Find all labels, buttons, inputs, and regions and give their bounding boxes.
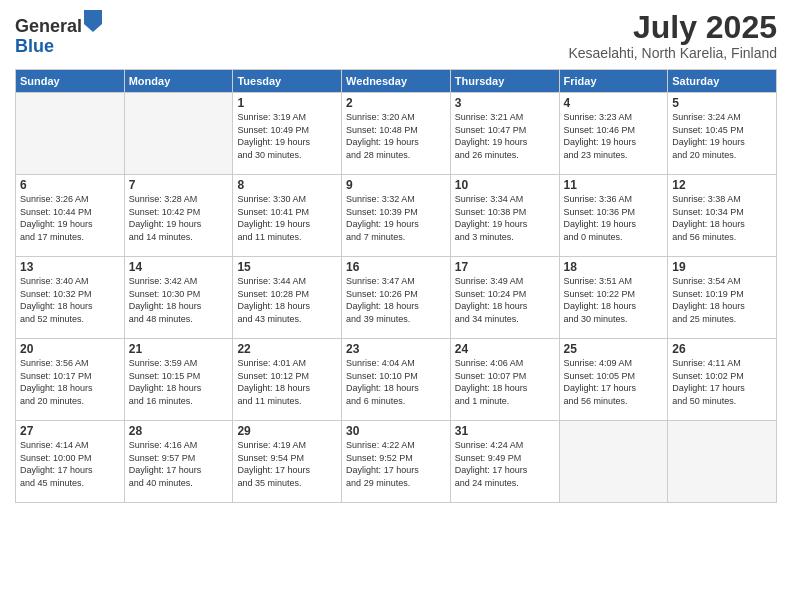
day-info: Sunrise: 3:40 AMSunset: 10:32 PMDaylight…	[20, 275, 120, 325]
day-info: Sunrise: 3:44 AMSunset: 10:28 PMDaylight…	[237, 275, 337, 325]
header-cell-thursday: Thursday	[450, 70, 559, 93]
day-cell: 9Sunrise: 3:32 AMSunset: 10:39 PMDayligh…	[342, 175, 451, 257]
day-number: 12	[672, 178, 772, 192]
day-number: 20	[20, 342, 120, 356]
day-info: Sunrise: 4:16 AMSunset: 9:57 PMDaylight:…	[129, 439, 229, 489]
header-cell-wednesday: Wednesday	[342, 70, 451, 93]
day-number: 16	[346, 260, 446, 274]
day-cell: 2Sunrise: 3:20 AMSunset: 10:48 PMDayligh…	[342, 93, 451, 175]
day-number: 10	[455, 178, 555, 192]
header-row: SundayMondayTuesdayWednesdayThursdayFrid…	[16, 70, 777, 93]
day-number: 1	[237, 96, 337, 110]
day-cell: 19Sunrise: 3:54 AMSunset: 10:19 PMDaylig…	[668, 257, 777, 339]
header-cell-monday: Monday	[124, 70, 233, 93]
header-cell-saturday: Saturday	[668, 70, 777, 93]
day-info: Sunrise: 4:06 AMSunset: 10:07 PMDaylight…	[455, 357, 555, 407]
day-info: Sunrise: 3:21 AMSunset: 10:47 PMDaylight…	[455, 111, 555, 161]
header-cell-friday: Friday	[559, 70, 668, 93]
day-info: Sunrise: 3:54 AMSunset: 10:19 PMDaylight…	[672, 275, 772, 325]
title-block: July 2025 Kesaelahti, North Karelia, Fin…	[568, 10, 777, 61]
day-number: 15	[237, 260, 337, 274]
day-info: Sunrise: 3:20 AMSunset: 10:48 PMDaylight…	[346, 111, 446, 161]
day-number: 23	[346, 342, 446, 356]
day-number: 19	[672, 260, 772, 274]
day-info: Sunrise: 4:01 AMSunset: 10:12 PMDaylight…	[237, 357, 337, 407]
day-cell: 3Sunrise: 3:21 AMSunset: 10:47 PMDayligh…	[450, 93, 559, 175]
day-info: Sunrise: 3:56 AMSunset: 10:17 PMDaylight…	[20, 357, 120, 407]
day-cell: 31Sunrise: 4:24 AMSunset: 9:49 PMDayligh…	[450, 421, 559, 503]
logo-blue-text: Blue	[15, 36, 54, 56]
day-cell: 20Sunrise: 3:56 AMSunset: 10:17 PMDaylig…	[16, 339, 125, 421]
day-number: 28	[129, 424, 229, 438]
header: General Blue July 2025 Kesaelahti, North…	[15, 10, 777, 61]
header-cell-tuesday: Tuesday	[233, 70, 342, 93]
day-info: Sunrise: 3:49 AMSunset: 10:24 PMDaylight…	[455, 275, 555, 325]
day-number: 29	[237, 424, 337, 438]
day-number: 14	[129, 260, 229, 274]
day-number: 26	[672, 342, 772, 356]
day-info: Sunrise: 3:47 AMSunset: 10:26 PMDaylight…	[346, 275, 446, 325]
day-info: Sunrise: 3:26 AMSunset: 10:44 PMDaylight…	[20, 193, 120, 243]
day-cell	[16, 93, 125, 175]
day-number: 11	[564, 178, 664, 192]
header-cell-sunday: Sunday	[16, 70, 125, 93]
day-info: Sunrise: 4:22 AMSunset: 9:52 PMDaylight:…	[346, 439, 446, 489]
calendar-title: July 2025	[568, 10, 777, 45]
day-cell: 5Sunrise: 3:24 AMSunset: 10:45 PMDayligh…	[668, 93, 777, 175]
day-info: Sunrise: 4:09 AMSunset: 10:05 PMDaylight…	[564, 357, 664, 407]
day-info: Sunrise: 3:38 AMSunset: 10:34 PMDaylight…	[672, 193, 772, 243]
day-number: 22	[237, 342, 337, 356]
day-info: Sunrise: 3:28 AMSunset: 10:42 PMDaylight…	[129, 193, 229, 243]
day-info: Sunrise: 3:19 AMSunset: 10:49 PMDaylight…	[237, 111, 337, 161]
day-cell: 27Sunrise: 4:14 AMSunset: 10:00 PMDaylig…	[16, 421, 125, 503]
day-cell: 24Sunrise: 4:06 AMSunset: 10:07 PMDaylig…	[450, 339, 559, 421]
day-info: Sunrise: 4:24 AMSunset: 9:49 PMDaylight:…	[455, 439, 555, 489]
logo-general-text: General	[15, 16, 82, 36]
day-info: Sunrise: 3:59 AMSunset: 10:15 PMDaylight…	[129, 357, 229, 407]
day-info: Sunrise: 3:32 AMSunset: 10:39 PMDaylight…	[346, 193, 446, 243]
day-cell: 6Sunrise: 3:26 AMSunset: 10:44 PMDayligh…	[16, 175, 125, 257]
day-number: 4	[564, 96, 664, 110]
day-info: Sunrise: 4:11 AMSunset: 10:02 PMDaylight…	[672, 357, 772, 407]
week-row-4: 20Sunrise: 3:56 AMSunset: 10:17 PMDaylig…	[16, 339, 777, 421]
day-cell: 26Sunrise: 4:11 AMSunset: 10:02 PMDaylig…	[668, 339, 777, 421]
day-cell: 12Sunrise: 3:38 AMSunset: 10:34 PMDaylig…	[668, 175, 777, 257]
day-number: 2	[346, 96, 446, 110]
day-info: Sunrise: 3:30 AMSunset: 10:41 PMDaylight…	[237, 193, 337, 243]
day-cell: 4Sunrise: 3:23 AMSunset: 10:46 PMDayligh…	[559, 93, 668, 175]
day-cell: 7Sunrise: 3:28 AMSunset: 10:42 PMDayligh…	[124, 175, 233, 257]
day-info: Sunrise: 4:19 AMSunset: 9:54 PMDaylight:…	[237, 439, 337, 489]
day-number: 9	[346, 178, 446, 192]
day-number: 25	[564, 342, 664, 356]
day-cell: 15Sunrise: 3:44 AMSunset: 10:28 PMDaylig…	[233, 257, 342, 339]
calendar-subtitle: Kesaelahti, North Karelia, Finland	[568, 45, 777, 61]
day-number: 7	[129, 178, 229, 192]
day-number: 27	[20, 424, 120, 438]
day-cell: 14Sunrise: 3:42 AMSunset: 10:30 PMDaylig…	[124, 257, 233, 339]
day-cell: 17Sunrise: 3:49 AMSunset: 10:24 PMDaylig…	[450, 257, 559, 339]
day-cell: 11Sunrise: 3:36 AMSunset: 10:36 PMDaylig…	[559, 175, 668, 257]
day-cell	[559, 421, 668, 503]
day-info: Sunrise: 3:34 AMSunset: 10:38 PMDaylight…	[455, 193, 555, 243]
logo-icon	[84, 10, 102, 32]
day-cell: 10Sunrise: 3:34 AMSunset: 10:38 PMDaylig…	[450, 175, 559, 257]
week-row-5: 27Sunrise: 4:14 AMSunset: 10:00 PMDaylig…	[16, 421, 777, 503]
day-number: 17	[455, 260, 555, 274]
day-number: 5	[672, 96, 772, 110]
day-number: 21	[129, 342, 229, 356]
day-cell: 13Sunrise: 3:40 AMSunset: 10:32 PMDaylig…	[16, 257, 125, 339]
day-cell: 16Sunrise: 3:47 AMSunset: 10:26 PMDaylig…	[342, 257, 451, 339]
week-row-3: 13Sunrise: 3:40 AMSunset: 10:32 PMDaylig…	[16, 257, 777, 339]
day-info: Sunrise: 3:36 AMSunset: 10:36 PMDaylight…	[564, 193, 664, 243]
day-info: Sunrise: 3:23 AMSunset: 10:46 PMDaylight…	[564, 111, 664, 161]
day-cell: 22Sunrise: 4:01 AMSunset: 10:12 PMDaylig…	[233, 339, 342, 421]
day-info: Sunrise: 3:51 AMSunset: 10:22 PMDaylight…	[564, 275, 664, 325]
week-row-1: 1Sunrise: 3:19 AMSunset: 10:49 PMDayligh…	[16, 93, 777, 175]
logo: General Blue	[15, 10, 102, 57]
day-cell	[124, 93, 233, 175]
day-cell: 21Sunrise: 3:59 AMSunset: 10:15 PMDaylig…	[124, 339, 233, 421]
week-row-2: 6Sunrise: 3:26 AMSunset: 10:44 PMDayligh…	[16, 175, 777, 257]
day-cell: 18Sunrise: 3:51 AMSunset: 10:22 PMDaylig…	[559, 257, 668, 339]
day-number: 24	[455, 342, 555, 356]
day-number: 3	[455, 96, 555, 110]
